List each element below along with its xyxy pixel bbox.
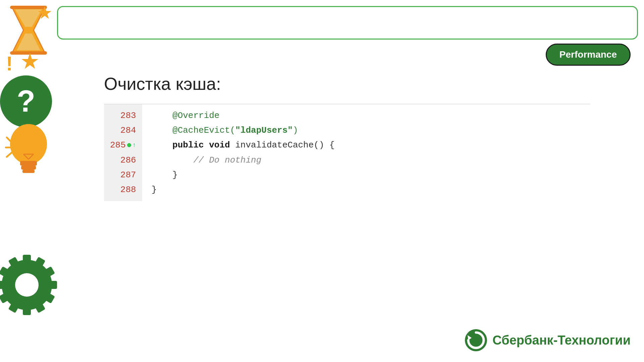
main-heading: Очистка кэша: (104, 74, 221, 94)
performance-label: Performance (559, 49, 617, 60)
code-line-285: public void invalidateCache() { (152, 138, 581, 153)
lightbulb-icon (5, 121, 52, 181)
star-mid-icon: ★ (20, 49, 40, 74)
line-number-288: 288 (110, 182, 136, 197)
breakpoint-marker (127, 143, 131, 147)
svg-rect-9 (20, 161, 37, 166)
code-line-283: @Override (152, 108, 581, 123)
svg-rect-10 (21, 166, 36, 170)
svg-rect-26 (0, 281, 6, 289)
line-number-285: 285 ↑ (110, 138, 136, 153)
code-line-287: } (152, 168, 581, 182)
lightbulb-decoration (5, 121, 52, 181)
sberbank-icon (464, 328, 488, 352)
svg-point-5 (10, 124, 47, 164)
exclaim-icon: ! (6, 52, 13, 75)
svg-rect-17 (23, 255, 31, 264)
star-top-icon: ★ (37, 3, 53, 23)
line-number-287: 287 (110, 168, 136, 182)
svg-line-8 (7, 153, 12, 157)
code-line-288: } (152, 182, 581, 197)
top-bar (57, 6, 638, 40)
gear-icon (0, 211, 67, 325)
code-block: 283 284 285 ↑ 286 287 288 @Override @Cac… (104, 104, 590, 201)
line-number-286: 286 (110, 153, 136, 168)
sberbank-logo: Сбербанк-Технологии (464, 328, 631, 352)
code-line-284: @CacheEvict("ldapUsers") (152, 123, 581, 138)
svg-rect-23 (23, 306, 31, 315)
code-line-286: // Do nothing (152, 153, 581, 168)
svg-rect-20 (48, 281, 57, 289)
sberbank-name: Сбербанк-Технологии (492, 333, 631, 348)
svg-point-16 (15, 273, 39, 297)
question-bubble: ? (0, 75, 52, 127)
svg-rect-11 (22, 170, 35, 173)
arrow-marker: ↑ (132, 140, 136, 150)
question-mark: ? (17, 84, 35, 119)
line-number-284: 284 (110, 123, 136, 138)
line-numbers: 283 284 285 ↑ 286 287 288 (104, 104, 142, 201)
performance-badge: Performance (546, 44, 631, 66)
line-number-283: 283 (110, 108, 136, 123)
gear-decoration (0, 211, 67, 325)
code-lines: @Override @CacheEvict("ldapUsers") publi… (142, 104, 590, 201)
